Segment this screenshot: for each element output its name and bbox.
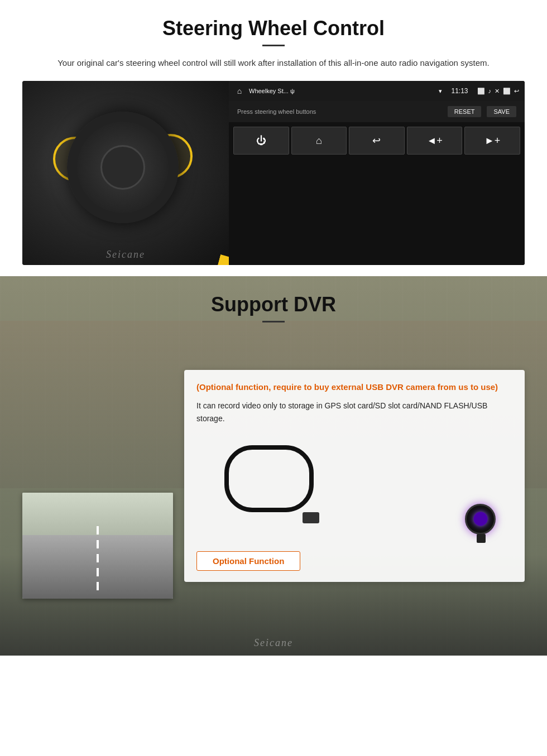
- head-unit-topbar: ⌂ Wheelkey St... ψ ▾ 11:13 ⬜ ♪ ✕ ⬜ ↩: [229, 81, 525, 101]
- volume-icon: ♪: [488, 88, 492, 94]
- camera-icon: ⬜: [477, 88, 485, 95]
- steering-wheel-photo: Seicane: [22, 81, 229, 265]
- dvr-inner: Support DVR (Optional function, require …: [0, 276, 547, 615]
- steering-wheel-ring: [67, 112, 179, 223]
- steering-section: Steering Wheel Control Your original car…: [0, 0, 547, 276]
- camera-cable-art: [219, 440, 319, 523]
- hw-btn-vol-up[interactable]: ►+: [464, 127, 520, 155]
- head-unit-ui: ⌂ Wheelkey St... ψ ▾ 11:13 ⬜ ♪ ✕ ⬜ ↩ Pre…: [229, 81, 525, 265]
- home-icon: ⌂: [234, 86, 244, 96]
- reset-button[interactable]: RESET: [448, 106, 482, 117]
- cable-usb-plug: [303, 512, 319, 523]
- dvr-section: Support DVR (Optional function, require …: [0, 276, 547, 656]
- head-unit-time: 11:13: [451, 87, 468, 95]
- hw-btn-home[interactable]: ⌂: [291, 127, 347, 155]
- dvr-camera-product-image: [196, 434, 512, 546]
- camera-mount: [477, 534, 486, 543]
- dvr-content-area: (Optional function, require to buy exter…: [22, 336, 525, 599]
- steering-title-divider: [262, 45, 285, 46]
- wifi-icon: ▾: [439, 88, 442, 95]
- steering-title: Steering Wheel Control: [22, 17, 525, 40]
- head-unit-controls-bar: Press steering wheel buttons RESET SAVE: [229, 101, 525, 122]
- cable-coil: [224, 445, 314, 512]
- dvr-title: Support DVR: [22, 293, 525, 316]
- optional-function-button[interactable]: Optional Function: [196, 551, 300, 571]
- head-unit-button-grid: ⏻ ⌂ ↩ ◄+ ►+: [229, 122, 525, 265]
- dvr-info-panel: (Optional function, require to buy exter…: [184, 370, 525, 582]
- back-icon: ↩: [514, 88, 519, 95]
- seicane-watermark-steering: Seicane: [106, 249, 145, 261]
- hw-btn-vol-down[interactable]: ◄+: [407, 127, 463, 155]
- dvr-dashcam-preview: [22, 493, 173, 599]
- press-prompt: Press steering wheel buttons: [237, 108, 316, 115]
- screen-icon: ⬜: [503, 88, 511, 95]
- arrow-shape: [213, 243, 229, 265]
- dvr-title-divider: [262, 321, 285, 322]
- hw-btn-power[interactable]: ⏻: [233, 127, 289, 155]
- preview-road-lines: [97, 526, 99, 593]
- camera-body-art: [465, 504, 496, 535]
- steering-subtitle: Your original car's steering wheel contr…: [45, 56, 502, 70]
- head-unit-status-icons: ⬜ ♪ ✕ ⬜ ↩: [477, 88, 520, 95]
- dvr-optional-note: (Optional function, require to buy exter…: [196, 381, 512, 394]
- steering-composite-image: Seicane ⌂ Wheelkey St... ψ ▾ 11:13 ⬜ ♪ ✕…: [22, 81, 525, 265]
- steering-wheel-hub: [100, 145, 145, 190]
- dvr-description: It can record video only to storage in G…: [196, 399, 512, 425]
- camera-lens: [473, 512, 487, 526]
- hw-btn-back[interactable]: ↩: [349, 127, 405, 155]
- close-icon: ✕: [495, 88, 500, 95]
- head-unit-app-name: Wheelkey St... ψ: [249, 88, 434, 94]
- save-button[interactable]: SAVE: [487, 106, 516, 117]
